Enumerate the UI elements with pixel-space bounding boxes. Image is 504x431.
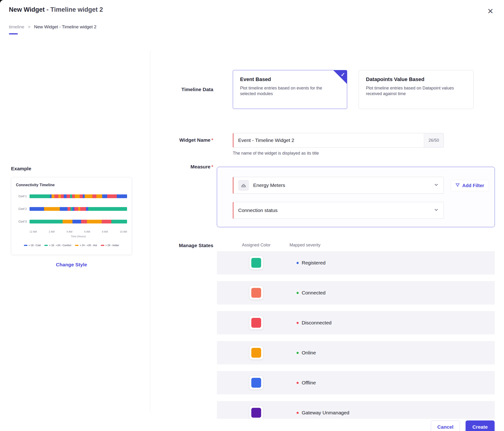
timeline-segment-hotter	[81, 220, 87, 223]
cancel-button[interactable]: Cancel	[431, 421, 460, 431]
severity-dot	[297, 262, 299, 264]
chevron-down-icon	[434, 182, 439, 188]
measure-label: Measure*	[131, 164, 213, 170]
page-title-sub: - Timeline widget 2	[46, 6, 103, 13]
create-button[interactable]: Create	[466, 421, 495, 431]
states-list: RegisteredConnectedDisconnectedOnlineOff…	[217, 251, 495, 431]
active-tab-indicator	[9, 33, 18, 35]
legend-marker	[24, 245, 27, 246]
color-swatch-button[interactable]	[249, 286, 263, 299]
timeline-segment-hotter	[107, 194, 117, 198]
timeline-bar	[29, 207, 127, 211]
legend-item: > 24 - <26 - Hot	[75, 244, 97, 247]
chart-x-axis-label: Time (Hours)	[29, 235, 127, 238]
legend-marker	[44, 245, 48, 246]
timeline-segment-hotter	[68, 207, 70, 211]
color-swatch	[251, 378, 261, 388]
example-label: Example	[11, 166, 31, 171]
severity-cell: Registered	[297, 260, 326, 266]
device-icon	[238, 180, 249, 191]
x-tick-label: 10 AM	[120, 230, 127, 233]
widget-name-input-wrap: 26/50	[233, 133, 444, 148]
datapoint-select[interactable]: Connection status	[233, 202, 444, 219]
option-event-based[interactable]: Event Based Plot timeline entries based …	[233, 70, 347, 109]
timeline-bar	[29, 194, 127, 198]
close-icon[interactable]: ✕	[485, 6, 495, 16]
severity-cell: Online	[297, 350, 316, 356]
timeline-data-label: Timeline Data	[131, 87, 213, 92]
timeline-segment-hotter	[80, 207, 86, 211]
timeline-bar	[29, 220, 127, 223]
legend-item: > 18 - <24 - Comfort	[44, 244, 71, 247]
x-tick-label: 12 AM	[29, 230, 37, 233]
timeline-segment-hotter	[80, 194, 82, 198]
chart-title: Connectivity Timeline	[16, 183, 127, 187]
timeline-segment-cold	[64, 194, 67, 198]
datapoint-select-value: Connection status	[238, 208, 434, 213]
check-icon: ✓	[341, 72, 345, 78]
severity-cell: Gateway Unmanaged	[297, 410, 349, 415]
state-row-disconnected: Disconnected	[217, 311, 495, 334]
severity-label: Offline	[302, 380, 316, 386]
x-tick-label: 4 AM	[67, 230, 72, 233]
timeline-segment-cold	[102, 194, 107, 198]
manage-states-label: Manage States	[131, 243, 213, 248]
timeline-segment-cold	[83, 194, 85, 198]
chart-row-conf-1: Conf 1	[16, 194, 127, 199]
severity-label: Online	[302, 350, 316, 356]
color-swatch-button[interactable]	[249, 316, 263, 330]
filter-icon	[455, 183, 460, 189]
timeline-segment-hot	[75, 194, 80, 198]
legend-item: < 18 - Cold	[24, 244, 41, 247]
timeline-segment-hotter	[67, 194, 70, 198]
mapped-severity-header: Mapped severity	[289, 243, 320, 248]
timeline-segment-cold	[29, 207, 44, 211]
chart-category-label: Conf 3	[16, 220, 29, 223]
change-style-link[interactable]: Change Style	[11, 262, 132, 267]
color-swatch	[251, 318, 261, 328]
breadcrumb-current: New Widget - Timeline widget 2	[34, 24, 96, 29]
timeline-segment-hot	[78, 207, 80, 211]
color-swatch-button[interactable]	[249, 376, 263, 389]
legend-item: > 26 - Hotter	[101, 244, 119, 247]
timeline-segment-hotter	[92, 194, 96, 198]
example-chart-card: Connectivity Timeline Conf 1Conf 2Conf 3…	[11, 177, 132, 255]
color-swatch-button[interactable]	[249, 256, 263, 270]
chart-category-label: Conf 2	[16, 207, 29, 211]
timeline-segment-cold	[86, 207, 88, 211]
legend-label: > 24 - <26 - Hot	[80, 244, 97, 247]
option-event-based-title: Event Based	[240, 76, 340, 82]
option-datapoints-value-based[interactable]: Datapoints Value Based Plot timeline ent…	[359, 70, 474, 109]
color-swatch-button[interactable]	[249, 346, 263, 360]
timeline-segment-comfort	[70, 194, 72, 198]
timeline-segment-hot	[85, 194, 92, 198]
timeline-segment-hot	[63, 220, 72, 223]
severity-cell: Offline	[297, 380, 316, 386]
page-title-main: New Widget	[9, 6, 45, 13]
legend-marker	[101, 245, 104, 246]
add-filter-button[interactable]: Add Filter	[451, 180, 488, 191]
severity-label: Connected	[302, 290, 326, 296]
breadcrumb-timeline-link[interactable]: timeline	[9, 24, 24, 29]
severity-cell: Disconnected	[297, 320, 332, 325]
timeline-segment-hot	[52, 194, 54, 198]
timeline-segment-comfort	[29, 194, 50, 198]
timeline-segment-hotter	[61, 194, 63, 198]
timeline-segment-hot	[44, 207, 60, 211]
required-mark: *	[211, 137, 213, 143]
widget-name-input[interactable]	[234, 133, 424, 147]
timeline-segment-hot	[87, 220, 101, 223]
severity-dot	[297, 292, 299, 294]
breadcrumb-separator: >	[28, 24, 30, 29]
severity-cell: Connected	[297, 290, 326, 296]
severity-label: Gateway Unmanaged	[302, 410, 349, 415]
panel-divider	[150, 50, 150, 412]
widget-name-helper: The name of the widget is displayed as i…	[233, 151, 319, 156]
add-filter-label: Add Filter	[462, 183, 484, 188]
color-swatch-button[interactable]	[249, 406, 263, 420]
x-tick-label: 6 AM	[84, 230, 90, 233]
color-swatch	[251, 408, 261, 418]
module-select[interactable]: Energy Meters	[233, 177, 444, 194]
timeline-segment-cold	[60, 207, 68, 211]
timeline-segment-hot	[58, 194, 61, 198]
